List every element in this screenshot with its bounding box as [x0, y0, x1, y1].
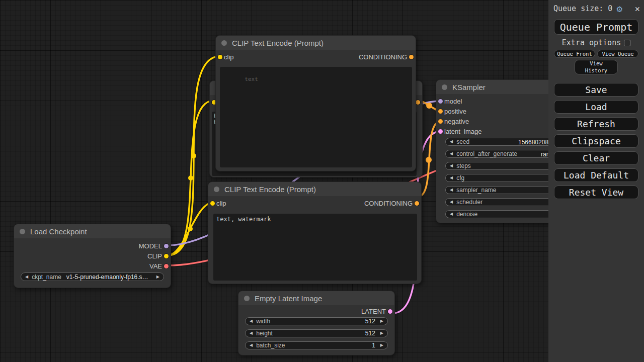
widget-name: steps [456, 162, 471, 169]
collapse-dot-icon[interactable] [244, 296, 250, 301]
node-title: KSampler [452, 83, 486, 92]
view-history-button[interactable]: View History [575, 60, 618, 74]
input-label: model [444, 98, 462, 105]
settings-gear-icon[interactable]: ⚙ [616, 4, 622, 14]
widget-left-arrow-icon[interactable]: ◀ [450, 164, 453, 168]
widget-name: denoise [456, 211, 477, 218]
extra-options-checkbox[interactable] [624, 40, 630, 46]
clear-button[interactable]: Clear [554, 151, 638, 165]
widget-left-arrow-icon[interactable]: ◀ [250, 343, 253, 347]
collapse-dot-icon[interactable] [214, 187, 219, 192]
node-title: CLIP Text Encode (Prompt) [224, 185, 316, 194]
widget-value: 1 [372, 342, 375, 349]
ckpt-name-widget[interactable]: ◀ ckpt_name v1-5-pruned-emaonly-fp16.s… … [21, 273, 164, 281]
widget-value: 1566802087 [518, 139, 552, 146]
load-button[interactable]: Load [554, 100, 638, 114]
node-title: CLIP Text Encode (Prompt) [232, 39, 324, 47]
conditioning-output-port[interactable] [416, 100, 420, 105]
widget-name: ckpt_name [32, 274, 61, 281]
queue-front-button[interactable]: Queue Front [554, 50, 595, 58]
widget-right-arrow-icon[interactable]: ▶ [380, 331, 383, 335]
conditioning-output-port[interactable] [415, 201, 419, 206]
widget-left-arrow-icon[interactable]: ◀ [450, 212, 453, 216]
input-label: negative [444, 118, 469, 125]
height-widget[interactable]: ◀ height 512 ▶ [245, 329, 388, 337]
output-label: VAE [149, 262, 162, 270]
collapse-dot-icon[interactable] [442, 84, 447, 90]
node-load-checkpoint[interactable]: Load Checkpoint MODEL CLIP VAE ◀ ckpt_na… [14, 224, 171, 288]
wire-midpoint-dot[interactable] [191, 153, 196, 158]
output-label: LATENT [361, 308, 386, 315]
model-output-port[interactable] [164, 244, 169, 248]
node-title-bar[interactable]: Load Checkpoint [14, 224, 171, 238]
widget-name: seed [456, 138, 469, 145]
prompt-textarea[interactable]: text [220, 67, 412, 167]
comfy-menu: Queue size: 0 ⚙ ✕ Queue Prompt Extra opt… [548, 0, 644, 362]
latent-image-input-port[interactable] [438, 129, 443, 134]
node-title-bar[interactable]: Empty Latent Image [238, 291, 394, 305]
output-label: CLIP [147, 252, 162, 260]
model-input-port[interactable] [438, 99, 443, 104]
positive-input-port[interactable] [438, 109, 443, 114]
widget-name: batch_size [256, 342, 285, 349]
widget-right-arrow-icon[interactable]: ▶ [380, 343, 383, 347]
widget-value: v1-5-pruned-emaonly-fp16.s… [66, 274, 148, 281]
widget-left-arrow-icon[interactable]: ◀ [250, 331, 253, 335]
queue-prompt-button[interactable]: Queue Prompt [554, 19, 638, 35]
latent-output-port[interactable] [388, 309, 392, 314]
widget-left-arrow-icon[interactable]: ◀ [450, 152, 453, 156]
wire-midpoint-dot[interactable] [188, 175, 193, 180]
node-empty-latent-image[interactable]: Empty Latent Image LATENT ◀ width 512 ▶ … [238, 291, 395, 355]
textarea-placeholder: text [245, 76, 258, 82]
clip-output-port[interactable] [164, 254, 169, 258]
save-button[interactable]: Save [554, 83, 638, 97]
widget-value: 512 [365, 318, 375, 325]
collapse-dot-icon[interactable] [20, 229, 25, 234]
negative-prompt-textarea[interactable]: text, watermark [213, 214, 417, 281]
node-title-bar[interactable]: CLIP Text Encode (Prompt) [208, 182, 421, 196]
widget-right-arrow-icon[interactable]: ▶ [156, 275, 159, 279]
widget-left-arrow-icon[interactable]: ◀ [450, 140, 453, 144]
widget-name: sampler_name [456, 187, 496, 194]
extra-options-label: Extra options [562, 38, 621, 47]
node-title: Load Checkpoint [30, 227, 87, 236]
wire-midpoint-dot[interactable] [426, 103, 432, 109]
collapse-dot-icon[interactable] [221, 40, 227, 46]
load-default-button[interactable]: Load Default [554, 168, 638, 182]
wire-midpoint-dot[interactable] [188, 226, 193, 231]
clip-input-port[interactable] [218, 55, 222, 59]
widget-left-arrow-icon[interactable]: ◀ [25, 275, 28, 279]
width-widget[interactable]: ◀ width 512 ▶ [245, 317, 388, 325]
widget-name: height [256, 330, 273, 337]
refresh-button[interactable]: Refresh [554, 117, 638, 131]
widget-name: cfg [456, 174, 464, 182]
widget-left-arrow-icon[interactable]: ◀ [450, 176, 453, 180]
widget-left-arrow-icon[interactable]: ◀ [450, 200, 453, 204]
node-title: Empty Latent Image [255, 294, 322, 303]
node-title-bar[interactable]: CLIP Text Encode (Prompt) [216, 36, 416, 50]
negative-input-port[interactable] [438, 119, 443, 124]
conditioning-output-port[interactable] [409, 55, 414, 59]
reset-view-button[interactable]: Reset View [554, 186, 638, 199]
node-clip-text-encode-negative[interactable]: CLIP Text Encode (Prompt) clip CONDITION… [208, 182, 422, 284]
clipspace-button[interactable]: Clipspace [554, 134, 638, 148]
input-label: latent_image [444, 128, 481, 135]
batch-size-widget[interactable]: ◀ batch_size 1 ▶ [245, 341, 388, 349]
output-label: CONDITIONING [364, 200, 413, 207]
input-label: clip [224, 53, 234, 61]
node-graph-canvas[interactable]: CLIP Text Encode (Prompt) clip be bo CLI… [0, 0, 644, 362]
widget-name: scheduler [456, 199, 482, 206]
output-label: CONDITIONING [359, 53, 407, 61]
vae-output-port[interactable] [164, 264, 169, 268]
input-label: positive [444, 108, 466, 115]
clip-input-port[interactable] [210, 201, 215, 206]
widget-name: width [256, 318, 270, 325]
close-icon[interactable]: ✕ [635, 4, 640, 14]
view-queue-button[interactable]: View Queue [597, 50, 638, 58]
widget-left-arrow-icon[interactable]: ◀ [450, 188, 453, 192]
widget-left-arrow-icon[interactable]: ◀ [250, 319, 253, 323]
output-label: MODEL [139, 242, 162, 250]
wire-midpoint-dot[interactable] [426, 157, 432, 163]
node-clip-text-encode-top[interactable]: CLIP Text Encode (Prompt) clip CONDITION… [215, 35, 416, 171]
widget-right-arrow-icon[interactable]: ▶ [380, 319, 383, 323]
